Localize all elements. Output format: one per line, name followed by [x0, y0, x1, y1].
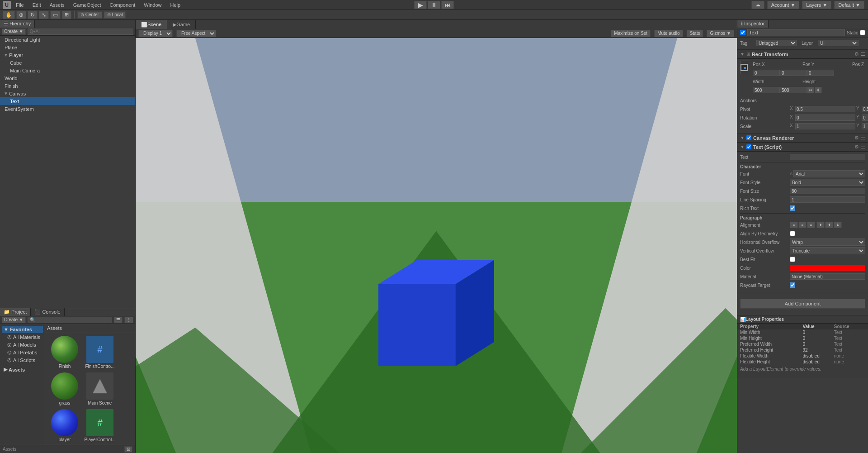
canvas-renderer-enable[interactable]: [746, 135, 751, 140]
all-scripts-item[interactable]: ◎ All Scripts: [2, 356, 43, 364]
stretch-v-button[interactable]: ⇕: [815, 87, 822, 93]
hierarchy-search[interactable]: [28, 29, 133, 35]
hierarchy-item-plane[interactable]: Plane: [0, 43, 135, 51]
hierarchy-item-eventsystem[interactable]: EventSystem: [0, 105, 135, 113]
scale-x-input[interactable]: [795, 123, 855, 129]
gameobject-name-input[interactable]: [747, 29, 845, 36]
width-input[interactable]: [753, 87, 780, 93]
pivot-center-button[interactable]: ⊙ Center: [77, 11, 102, 19]
game-tab[interactable]: ▶ Game: [167, 20, 196, 29]
align-left-button[interactable]: ≡: [790, 222, 798, 228]
pause-button[interactable]: ⏸: [428, 1, 440, 9]
hierarchy-item-maincamera[interactable]: Main Camera: [0, 67, 135, 74]
scene-tab[interactable]: ⬜ Scene: [136, 20, 167, 29]
align-center-button[interactable]: ≡: [798, 222, 807, 228]
text-script-enable[interactable]: [746, 144, 751, 149]
line-spacing-input[interactable]: [790, 196, 865, 203]
maximize-button[interactable]: Maximize on Set: [611, 30, 651, 37]
rot-y-input[interactable]: [862, 114, 868, 121]
hierarchy-item-world[interactable]: World: [0, 74, 135, 82]
layer-dropdown[interactable]: UI: [818, 40, 859, 46]
asset-grass[interactable]: grass: [49, 372, 80, 405]
asset-playercontrol[interactable]: # PlayerControl...: [84, 409, 116, 442]
hierarchy-item-player[interactable]: ▼ Player: [0, 51, 135, 59]
project-search[interactable]: [28, 317, 112, 323]
project-tab[interactable]: 📁 Project: [0, 308, 31, 316]
layers-button[interactable]: Layers ▼: [802, 1, 831, 9]
inspector-tab[interactable]: ℹ Inspector: [737, 20, 769, 28]
pos-z-input[interactable]: [807, 70, 834, 76]
asset-finishcontro[interactable]: # FinishContro...: [84, 336, 116, 369]
stats-button[interactable]: Stats: [687, 30, 703, 37]
pos-x-input[interactable]: [753, 70, 780, 76]
slider-icon[interactable]: ⊡: [124, 446, 132, 453]
asset-finish[interactable]: Finish: [49, 336, 80, 369]
project-create-button[interactable]: Create ▼: [2, 317, 26, 323]
cloud-button[interactable]: ☁: [751, 1, 764, 9]
menu-component[interactable]: Component: [106, 0, 139, 10]
hierarchy-tab[interactable]: ☰ Hierarchy: [0, 20, 35, 28]
rect-tool[interactable]: ▭: [50, 11, 61, 19]
hierarchy-item-directional-light[interactable]: Directional Light: [0, 36, 135, 43]
scale-tool[interactable]: ⤡: [39, 11, 49, 19]
rich-text-checkbox[interactable]: [790, 205, 795, 211]
display-select[interactable]: Display 1: [138, 30, 173, 37]
best-fit-checkbox[interactable]: [790, 257, 795, 262]
rect-transform-header[interactable]: ▼ ⊞ Rect Transform ⚙ ☰: [737, 50, 868, 59]
favorites-folder[interactable]: ▼ Favorites: [2, 326, 43, 333]
project-options[interactable]: ⋮: [124, 317, 133, 323]
menu-help[interactable]: Help: [166, 0, 184, 10]
space-local-button[interactable]: ⊛ Local: [104, 11, 126, 19]
scene-view[interactable]: [136, 38, 737, 453]
align-top-button[interactable]: ⬆: [816, 222, 825, 228]
menu-assets[interactable]: Assets: [46, 0, 68, 10]
raycast-checkbox[interactable]: [790, 282, 795, 288]
static-checkbox[interactable]: [860, 30, 865, 35]
anchor-preset-widget[interactable]: [740, 61, 748, 74]
v-overflow-dropdown[interactable]: Truncate Overflow: [790, 247, 865, 254]
hierarchy-item-text[interactable]: Text: [0, 97, 135, 105]
align-bottom-button[interactable]: ⬇: [834, 222, 842, 228]
stretch-h-button[interactable]: ⇔: [807, 87, 814, 93]
align-right-button[interactable]: ≡: [807, 222, 815, 228]
font-size-input[interactable]: [790, 188, 865, 194]
menu-gameobject[interactable]: GameObject: [70, 0, 105, 10]
asset-mainscene[interactable]: Main Scene: [84, 372, 116, 405]
hierarchy-item-canvas[interactable]: ▼ Canvas: [0, 90, 135, 97]
hand-tool[interactable]: ✋: [3, 11, 15, 19]
all-materials-item[interactable]: ◎ All Materials: [2, 333, 43, 341]
hierarchy-item-cube[interactable]: Cube: [0, 59, 135, 67]
play-button[interactable]: ▶: [414, 1, 427, 9]
move-tool[interactable]: ⊕: [16, 11, 26, 19]
font-style-dropdown[interactable]: Bold Normal Italic: [790, 179, 865, 186]
add-component-button[interactable]: Add Component: [740, 299, 865, 309]
hierarchy-item-finish[interactable]: Finish: [0, 82, 135, 90]
scale-y-input[interactable]: [862, 123, 868, 129]
align-middle-button[interactable]: ⬆: [825, 222, 833, 228]
text-script-header[interactable]: ▼ Text (Script) ⚙ ☰: [737, 143, 868, 152]
console-tab[interactable]: ⬛ Console: [31, 308, 64, 316]
pivot-y-input[interactable]: [862, 106, 868, 112]
height-input[interactable]: [780, 87, 807, 93]
step-button[interactable]: ⏭: [441, 1, 454, 9]
h-overflow-dropdown[interactable]: Wrap Overflow: [790, 238, 865, 246]
gizmos-button[interactable]: Gizmos ▼: [707, 30, 734, 37]
font-dropdown[interactable]: Arial: [793, 170, 865, 177]
mute-button[interactable]: Mute audio: [654, 30, 683, 37]
menu-edit[interactable]: Edit: [29, 0, 45, 10]
layout-button[interactable]: Default ▼: [834, 1, 864, 9]
align-geometry-checkbox[interactable]: [790, 231, 795, 236]
rotate-tool[interactable]: ↻: [28, 11, 38, 19]
color-swatch[interactable]: [790, 265, 865, 271]
project-view-toggle[interactable]: ☰: [114, 317, 123, 323]
hierarchy-create-button[interactable]: Create ▼: [2, 29, 26, 35]
menu-file[interactable]: File: [12, 0, 28, 10]
pivot-x-input[interactable]: [795, 106, 855, 112]
text-input[interactable]: [790, 154, 865, 160]
canvas-renderer-header[interactable]: ▼ Canvas Renderer ⚙ ☰: [737, 134, 868, 143]
all-prefabs-item[interactable]: ◎ All Prefabs: [2, 348, 43, 356]
aspect-select[interactable]: Free Aspect: [176, 30, 216, 37]
tag-dropdown[interactable]: Untagged: [756, 40, 797, 46]
all-models-item[interactable]: ◎ All Models: [2, 341, 43, 348]
account-button[interactable]: Account ▼: [767, 1, 800, 9]
